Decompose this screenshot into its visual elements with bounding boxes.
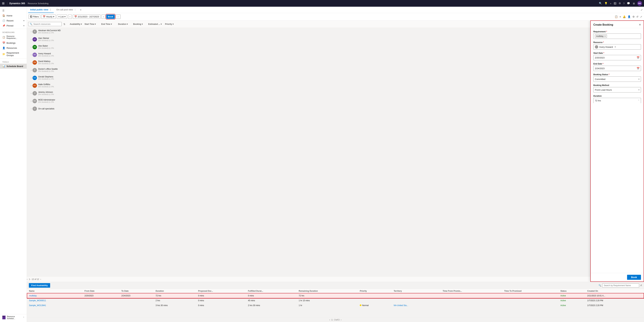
next-date-button[interactable]: › bbox=[102, 14, 105, 19]
link-wo13941[interactable]: Sample_WO13941 bbox=[29, 304, 46, 307]
expand-icon-halle[interactable]: › bbox=[31, 85, 32, 87]
toolbar-right-icons: 📋 ≡ 🔔 👤 ⚙ ↺ ⤢ bbox=[615, 15, 642, 18]
resource-tag-remove[interactable]: ✕ bbox=[614, 46, 616, 48]
resource-row-halle[interactable]: › HG Halle Griffiths (0m booked) ◎ 0% bbox=[27, 82, 644, 89]
resource-row-mod[interactable]: › MA MOD Administrator (0m booked) ◎ 0% bbox=[27, 97, 644, 105]
sort-icon[interactable]: ⇅ bbox=[64, 23, 66, 25]
sidebar-item-bookings[interactable]: 📅 Bookings bbox=[0, 40, 27, 45]
prev-page-btn[interactable]: ‹ bbox=[27, 278, 28, 281]
start-date-calendar-icon[interactable]: 📅 bbox=[636, 56, 640, 59]
resource-input[interactable]: Avery Howard ✕ bbox=[593, 44, 641, 50]
resource-row-alex[interactable]: › AB Alex Baker (0m booked) ◎ 0% bbox=[27, 43, 644, 51]
requirement-search-input[interactable] bbox=[602, 284, 639, 288]
person-icon[interactable]: 👤 bbox=[628, 15, 631, 18]
expand-icon-gerald[interactable]: › bbox=[31, 77, 32, 79]
table-next-btn[interactable]: › bbox=[341, 319, 342, 321]
search-box[interactable]: 🔍 bbox=[28, 22, 62, 26]
resource-row-jeremy[interactable]: › JJ Jeremy Johnson (0m booked) ◎ 0% bbox=[27, 89, 644, 97]
expand-icon-david[interactable]: › bbox=[31, 61, 32, 63]
avatar-abraham: A bbox=[32, 29, 37, 34]
expand-icon-oncall[interactable]: › bbox=[31, 108, 32, 110]
expand-icon[interactable]: ⤢ bbox=[640, 15, 642, 18]
refresh-icon[interactable]: ↺ bbox=[636, 15, 638, 18]
date-range-display[interactable]: 📅 2/21/2023 - 2/27/2023 bbox=[73, 14, 100, 19]
expand-icon[interactable]: › bbox=[31, 31, 32, 33]
help-icon[interactable]: ? bbox=[623, 2, 624, 5]
sidebar-item-resources[interactable]: 👤 Resources bbox=[0, 45, 27, 50]
resource-row-avery[interactable]: › AH Avery Howard (0m booked) ◎ 0% bbox=[27, 51, 644, 59]
chat-icon[interactable]: 💬 bbox=[627, 2, 630, 5]
expand-icon-alex[interactable]: › bbox=[31, 46, 32, 48]
availability-col-header: Availability▾ bbox=[68, 23, 83, 25]
expand-icon-avery[interactable]: › bbox=[31, 54, 32, 56]
table-row-multiday[interactable]: multiday 2/20/2023 2/24/2023 72 hrs 0 mi… bbox=[27, 293, 644, 298]
search-icon[interactable]: 🔍 bbox=[599, 2, 602, 5]
expand-icon-jeremy[interactable]: › bbox=[31, 92, 32, 94]
sidebar-item-requirement-groups[interactable]: 📁 Requirement Groups bbox=[0, 50, 27, 58]
bookings-icon: 📅 bbox=[2, 41, 5, 44]
table-row-wo00011[interactable]: Sample_WO00011 2 hrs 0 mins 45 mins 1 hr… bbox=[27, 298, 644, 303]
waffle-icon[interactable]: ⊞ bbox=[2, 1, 4, 5]
end-date-input[interactable]: 2/24/2023 📅 bbox=[593, 66, 641, 71]
lightbulb-icon[interactable]: 💡 bbox=[604, 2, 608, 5]
cell-rem-wo13941: 1 hr bbox=[297, 303, 358, 308]
table-prev-btn[interactable]: ‹ bbox=[330, 319, 330, 321]
book-button[interactable]: Book bbox=[106, 14, 115, 19]
resource-row-david[interactable]: › DM David Mallory (0m booked) ◎ 0% bbox=[27, 59, 644, 66]
rows-icon[interactable]: ≡ bbox=[620, 15, 621, 18]
sidebar-footer-avatar: RS bbox=[2, 316, 6, 319]
bell-icon[interactable]: 🔔 bbox=[623, 15, 626, 18]
link-territory[interactable]: NA-United Sta... bbox=[394, 304, 408, 307]
tab-initial-more[interactable]: ⋮ bbox=[49, 8, 52, 11]
next-page-btn[interactable]: › bbox=[40, 278, 41, 281]
refresh-search-icon[interactable]: ↺ bbox=[640, 284, 642, 287]
view-list-icon[interactable]: 📋 bbox=[615, 15, 618, 18]
sidebar-footer-item[interactable]: RS Resource Schedul... ⌃ bbox=[0, 314, 27, 321]
resource-row-oncall[interactable]: › O On-call specialists bbox=[27, 105, 644, 113]
list-button[interactable]: ≡ List ▾ bbox=[57, 14, 67, 19]
sidebar-item-home[interactable]: 🏠 Home bbox=[0, 13, 27, 18]
resource-row-alan[interactable]: › AS Alan Steiner (0m booked) ◎ 0% bbox=[27, 35, 644, 43]
booking-method-select[interactable]: Front Load Hours ▾ bbox=[593, 87, 641, 92]
user-avatar[interactable]: MA bbox=[637, 1, 642, 6]
start-date-input[interactable]: 2/20/2023 📅 bbox=[593, 55, 641, 60]
sidebar-item-recent[interactable]: 🕐 Recent ▾ bbox=[0, 18, 27, 23]
resource-row-gerald[interactable]: › GS Gerald Stephens (0m booked) ◎ 0% bbox=[27, 74, 644, 82]
resource-row-abraham[interactable]: › A Abraham McCormick MD (0m booked) ◎ 0… bbox=[27, 28, 644, 35]
tab-oncall-more[interactable]: ⋮ bbox=[74, 8, 76, 11]
duration-input[interactable]: 72 hrs ⌃ bbox=[593, 98, 641, 103]
filter-icon[interactable]: ⛾ bbox=[614, 2, 616, 5]
settings-icon[interactable]: ⚙ bbox=[619, 2, 621, 5]
add-tab-button[interactable]: + bbox=[79, 8, 82, 11]
sidebar-item-schedule-board[interactable]: 📊 Schedule Board bbox=[0, 64, 27, 69]
book-submit-button[interactable]: Book bbox=[627, 275, 641, 280]
requirement-tag-remove[interactable]: ✕ bbox=[604, 35, 606, 37]
tab-initial-public-view[interactable]: Initial public view ⋮ bbox=[28, 7, 54, 13]
fullscreen-icon[interactable]: ⤢ bbox=[641, 8, 643, 11]
link-multiday[interactable]: multiday bbox=[29, 295, 37, 297]
booking-close-button[interactable]: ✕ bbox=[639, 23, 641, 26]
cell-ttp-wo13941 bbox=[502, 303, 558, 308]
expand-icon-doctors[interactable]: › bbox=[31, 69, 32, 71]
table-row-wo13941[interactable]: Sample_WO13941 3 hrs 30 mins 0 mins 2 hr… bbox=[27, 303, 644, 308]
booking-status-select[interactable]: Committed ▾ bbox=[593, 76, 641, 82]
find-availability-button[interactable]: Find Availability bbox=[29, 283, 50, 288]
sidebar-item-pinned[interactable]: 📌 Pinned ▾ bbox=[0, 23, 27, 28]
filters-button[interactable]: ⛾ Filters bbox=[28, 14, 40, 19]
expand-icon-mod[interactable]: › bbox=[31, 100, 32, 102]
screen-icon[interactable]: 🖥 bbox=[632, 2, 635, 5]
end-date-calendar-icon[interactable]: 📅 bbox=[636, 67, 640, 70]
sidebar-item-resource-requirements[interactable]: 📋 Resource Requireme... bbox=[0, 34, 27, 40]
requirement-input[interactable]: multiday ✕ bbox=[593, 33, 641, 39]
plus-icon[interactable]: + bbox=[610, 2, 612, 5]
resource-row-doctors[interactable]: › D Doctor's office Seattle (0m booked) … bbox=[27, 66, 644, 74]
view-hourly-button[interactable]: 📅 Hourly ▾ bbox=[41, 14, 56, 19]
gear-icon[interactable]: ⚙ bbox=[632, 15, 634, 18]
link-wo00011[interactable]: Sample_WO00011 bbox=[29, 299, 46, 302]
expand-icon-alan[interactable]: › bbox=[31, 38, 32, 40]
sidebar-collapse[interactable]: ☰ bbox=[0, 8, 27, 13]
prev-date-button[interactable]: ‹ bbox=[68, 14, 72, 19]
more-options-button[interactable]: ··· bbox=[116, 14, 120, 19]
tab-oncall-pool[interactable]: On-call pool view ⋮ bbox=[54, 7, 78, 13]
search-input[interactable] bbox=[33, 23, 60, 25]
